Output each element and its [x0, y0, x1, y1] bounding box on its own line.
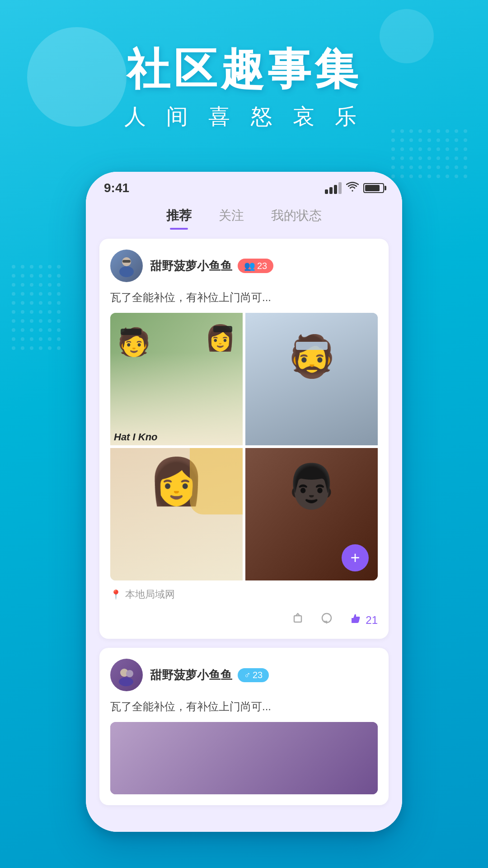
svg-point-65 — [57, 274, 61, 278]
username-1: 甜野菠萝小鱼鱼 — [150, 258, 232, 274]
svg-point-43 — [455, 165, 458, 169]
svg-point-35 — [464, 156, 467, 160]
svg-point-39 — [418, 165, 422, 169]
svg-point-68 — [30, 283, 33, 287]
avatar-icon-2 — [115, 664, 138, 686]
svg-point-33 — [446, 156, 449, 160]
svg-point-108 — [12, 346, 15, 350]
svg-point-110 — [30, 346, 33, 350]
bg-dots-pattern-left — [9, 262, 63, 353]
post-image-3: 👩 — [110, 448, 243, 580]
tab-navigation: 推荐 关注 我的状态 — [86, 200, 402, 230]
tab-following[interactable]: 关注 — [219, 207, 244, 230]
svg-point-36 — [391, 165, 395, 169]
svg-point-26 — [464, 147, 467, 151]
svg-point-53 — [464, 175, 467, 178]
svg-point-82 — [48, 301, 52, 305]
svg-point-56 — [30, 265, 33, 269]
share-button-1[interactable] — [291, 612, 304, 628]
svg-point-113 — [57, 346, 61, 350]
svg-point-40 — [427, 165, 431, 169]
like-icon-1 — [349, 612, 362, 628]
svg-point-86 — [30, 310, 33, 314]
main-title: 社区趣事集 — [0, 45, 488, 93]
location-text-1: 本地局域网 — [125, 588, 175, 601]
image-grid-1: 🧑 👩 Hat I Kno 🧔 — [110, 313, 378, 580]
svg-point-51 — [446, 175, 449, 178]
svg-point-55 — [21, 265, 24, 269]
svg-point-61 — [21, 274, 24, 278]
svg-point-88 — [48, 310, 52, 314]
svg-point-58 — [48, 265, 52, 269]
svg-point-93 — [39, 319, 42, 323]
svg-point-71 — [57, 283, 61, 287]
svg-point-84 — [12, 310, 15, 314]
svg-point-79 — [21, 301, 24, 305]
svg-point-29 — [409, 156, 413, 160]
signal-bar-1 — [325, 189, 328, 194]
svg-point-34 — [455, 156, 458, 160]
svg-point-23 — [436, 147, 440, 151]
svg-point-24 — [446, 147, 449, 151]
svg-point-17 — [464, 138, 467, 142]
svg-point-38 — [409, 165, 413, 169]
location-tag-1: 📍 本地局域网 — [110, 588, 378, 601]
svg-point-15 — [446, 138, 449, 142]
tab-my-status[interactable]: 我的状态 — [271, 207, 322, 230]
content-area: 甜野菠萝小鱼鱼 👥 23 瓦了全能补位，有补位上门尚可... 🧑 — [86, 230, 402, 832]
post-image-1: 🧑 👩 Hat I Kno — [110, 313, 243, 445]
svg-point-75 — [39, 292, 42, 296]
svg-point-19 — [400, 147, 404, 151]
signal-bar-3 — [334, 185, 337, 194]
svg-point-120 — [126, 670, 133, 677]
header-section: 社区趣事集 人 间 喜 怒 哀 乐 — [0, 45, 488, 131]
svg-point-59 — [57, 265, 61, 269]
svg-point-12 — [418, 138, 422, 142]
status-bar: 9:41 — [86, 172, 402, 200]
svg-point-103 — [21, 337, 24, 341]
follower-badge-1: 👥 23 — [238, 259, 273, 273]
signal-bar-2 — [329, 187, 333, 194]
svg-point-104 — [30, 337, 33, 341]
svg-point-121 — [119, 677, 133, 686]
post-actions-1: 21 — [110, 609, 378, 628]
svg-point-25 — [455, 147, 458, 151]
svg-point-112 — [48, 346, 52, 350]
tab-recommended[interactable]: 推荐 — [166, 207, 192, 230]
username-2: 甜野菠萝小鱼鱼 — [150, 667, 232, 683]
svg-point-69 — [39, 283, 42, 287]
svg-point-72 — [12, 292, 15, 296]
svg-point-83 — [57, 301, 61, 305]
like-count-1: 21 — [366, 614, 378, 627]
svg-point-94 — [48, 319, 52, 323]
post-text-2: 瓦了全能补位，有补位上门尚可... — [110, 698, 378, 715]
wifi-icon — [346, 182, 359, 194]
svg-point-13 — [427, 138, 431, 142]
follower-badge-2: ♂ 23 — [238, 668, 269, 682]
svg-point-109 — [21, 346, 24, 350]
svg-point-31 — [427, 156, 431, 160]
svg-point-77 — [57, 292, 61, 296]
svg-point-76 — [48, 292, 52, 296]
preview-image-2 — [110, 722, 378, 794]
post-header-1: 甜野菠萝小鱼鱼 👥 23 — [110, 250, 378, 282]
svg-point-70 — [48, 283, 52, 287]
svg-point-63 — [39, 274, 42, 278]
svg-point-105 — [39, 337, 42, 341]
svg-point-28 — [400, 156, 404, 160]
svg-point-67 — [21, 283, 24, 287]
svg-point-47 — [409, 175, 413, 178]
more-images-button[interactable]: + — [342, 544, 369, 571]
like-button-1[interactable]: 21 — [349, 612, 378, 628]
svg-point-9 — [391, 138, 395, 142]
signal-icon — [325, 182, 342, 194]
svg-point-44 — [464, 165, 467, 169]
svg-point-41 — [436, 165, 440, 169]
battery-icon — [363, 183, 384, 193]
svg-point-32 — [436, 156, 440, 160]
svg-point-89 — [57, 310, 61, 314]
comment-button-1[interactable] — [320, 612, 333, 628]
avatar-icon-1 — [115, 255, 138, 277]
svg-point-11 — [409, 138, 413, 142]
battery-fill — [365, 185, 380, 191]
